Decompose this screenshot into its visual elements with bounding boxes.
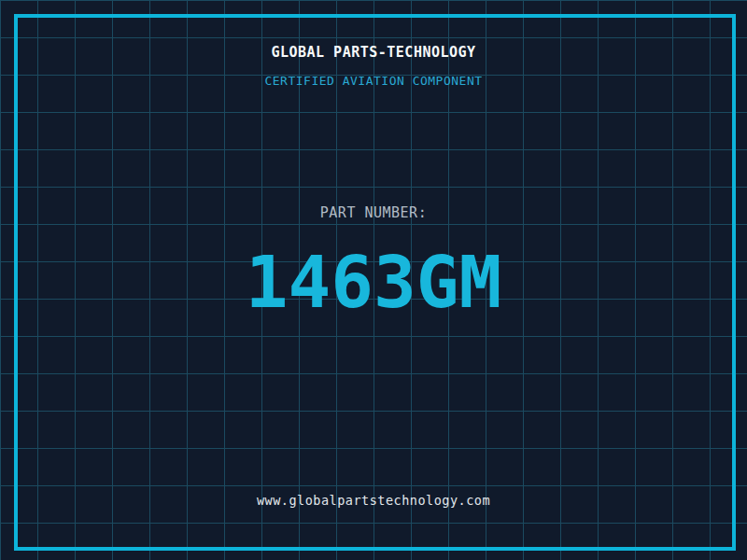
website-url: www.globalpartstechnology.com bbox=[0, 493, 747, 509]
certification-subtitle: CERTIFIED AVIATION COMPONENT bbox=[0, 74, 747, 89]
blueprint-page: GLOBAL PARTS-TECHNOLOGY CERTIFIED AVIATI… bbox=[0, 0, 747, 560]
part-number-value: 1463GM bbox=[0, 247, 747, 318]
part-number-label: PART NUMBER: bbox=[0, 204, 747, 221]
company-title: GLOBAL PARTS-TECHNOLOGY bbox=[0, 44, 747, 61]
